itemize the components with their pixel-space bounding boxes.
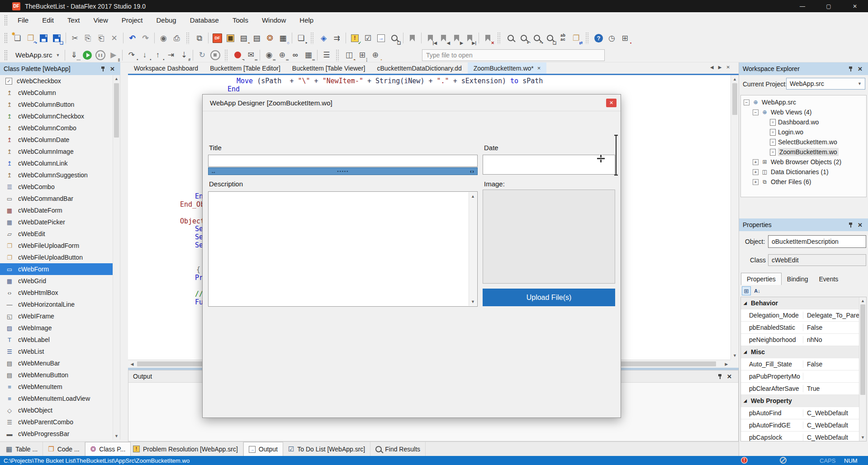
menu-file[interactable]: File	[11, 16, 35, 24]
web-user-button[interactable]: ⊕▪	[369, 49, 381, 61]
class-palette-item[interactable]: ☰cWebCombo	[0, 181, 120, 193]
class-palette-item[interactable]: ☰cWebParentCombo	[0, 416, 120, 428]
tree-item[interactable]: −⊕WebApp.src	[741, 97, 866, 107]
restart-button[interactable]: ↻	[196, 49, 208, 61]
close-icon[interactable]: ✕	[858, 66, 863, 72]
stop-debugging-button[interactable]	[209, 49, 221, 61]
replace-button[interactable]: abac	[557, 32, 569, 44]
tree-item[interactable]: −⊕Web Views (4)	[741, 107, 866, 117]
view-table-button[interactable]: ▦∞	[302, 49, 314, 61]
menu-window[interactable]: Window	[255, 16, 293, 24]
undo-button[interactable]: ↶	[126, 32, 138, 44]
pin-icon[interactable]	[100, 66, 105, 72]
data-dictionary-list-button[interactable]: ▤	[251, 32, 263, 44]
find-previous-button[interactable]: ↶	[517, 32, 530, 44]
run-application-button[interactable]: →	[375, 32, 387, 44]
menu-project[interactable]: Project	[115, 16, 150, 24]
property-value[interactable]: C_WebDefault	[803, 409, 866, 417]
cut-button[interactable]: ✂	[69, 32, 81, 44]
properties-tab-properties[interactable]: Properties	[741, 273, 782, 285]
menu-debug[interactable]: Debug	[149, 16, 183, 24]
menu-tools[interactable]: Tools	[226, 16, 255, 24]
class-palette-item[interactable]: ▬cWebProgressBar	[0, 428, 120, 440]
tree-item[interactable]: ≡ZoomBucketItem.wo	[741, 147, 866, 157]
tab-code[interactable]: ❐Code ...	[43, 442, 85, 456]
property-value[interactable]: False	[803, 324, 866, 331]
find-next-button[interactable]: ↷	[531, 32, 543, 44]
doc-tab-bucketitem-table-editor[interactable]: BucketItem [Table Editor]	[204, 62, 286, 74]
close-document-icon[interactable]: ✕	[726, 65, 730, 70]
doc-tab-bucketitem-table-viewer[interactable]: BucketItem [Table Viewer]	[286, 62, 371, 74]
clear-bookmarks-button[interactable]: ✕	[482, 32, 494, 44]
run-to-cursor-button[interactable]: ⇥	[165, 49, 177, 61]
property-value[interactable]: Delegate_To_Parent	[803, 312, 866, 319]
scroll-down-icon[interactable]: ▼	[859, 435, 866, 440]
class-palette-item[interactable]: ↥cWebColumnSuggestion	[0, 169, 120, 181]
sort-alphabetical-button[interactable]: A↓	[753, 286, 762, 295]
class-palette-item[interactable]: ↥cWebColumnLink	[0, 157, 120, 169]
class-palette-item[interactable]: ▱cWebEdit	[0, 228, 120, 240]
print-button[interactable]: ⎙	[171, 32, 183, 44]
properties-tab-binding[interactable]: Binding	[782, 273, 814, 285]
pause-button[interactable]: ❚❚	[94, 49, 106, 61]
compile-project-button[interactable]: ⇓⋯	[68, 49, 80, 61]
error-status-icon[interactable]: !	[741, 457, 748, 464]
dialog-close-button[interactable]: ✕	[606, 99, 617, 107]
tab-to-do-list-webapp-src[interactable]: ☑To Do List [WebApp.src]	[283, 442, 370, 456]
categorized-view-button[interactable]: ⊞	[742, 286, 751, 295]
tab-class-p[interactable]: ❂Class P...	[85, 442, 131, 456]
dialog-title-bar[interactable]: WebApp Designer [ZoomBucketItem.wo] ✕	[203, 95, 621, 111]
project-selector-combo[interactable]: WebApp.src▼	[11, 49, 62, 61]
set-next-statement-button[interactable]: ⇣#	[178, 49, 190, 61]
collapse-icon[interactable]: ◢	[744, 350, 747, 354]
run-webapp-button[interactable]: ✉∞	[245, 49, 257, 61]
open-file-button[interactable]: ❐↷	[24, 32, 37, 44]
toggle-bookmark-button[interactable]	[406, 32, 418, 44]
doc-tab-workspace-dashboard[interactable]: Workspace Dashboard	[128, 62, 204, 74]
class-palette-scrollbar[interactable]: ▲ ▼	[113, 75, 120, 440]
scroll-up-icon[interactable]: ▲	[113, 76, 120, 81]
table-viewer-button[interactable]: ▦○	[277, 32, 289, 44]
class-palette-item[interactable]: ▭cWebCommandBar	[0, 193, 120, 204]
property-value[interactable]: False	[803, 361, 866, 368]
save-button[interactable]	[38, 32, 50, 44]
property-category[interactable]: ◢Misc	[741, 346, 866, 358]
class-palette-item[interactable]: ≡cWebMenuItem	[0, 381, 120, 393]
copy-button[interactable]: ⎘	[82, 32, 94, 44]
class-palette-item[interactable]: ◇cWebObject	[0, 404, 120, 416]
customize-button[interactable]: ⊞▪	[619, 32, 631, 44]
properties-tab-events[interactable]: Events	[814, 273, 844, 285]
close-icon[interactable]: ✕	[110, 66, 115, 72]
toolbar-grip[interactable]	[4, 15, 8, 26]
toolbar-grip[interactable]	[224, 49, 228, 61]
compare-files-button[interactable]: ❐⇄	[570, 32, 582, 44]
menu-text[interactable]: Text	[61, 16, 87, 24]
property-row[interactable]: pbAutoFindC_WebDefault	[741, 407, 866, 419]
property-value[interactable]: nhNo	[803, 336, 866, 343]
upload-files-button[interactable]: Upload File(s)	[483, 289, 615, 306]
redo-button[interactable]: ↷	[139, 32, 152, 44]
compile-warnings-button[interactable]: !✓	[349, 32, 361, 44]
description-textarea[interactable]: ▲ ▼	[208, 191, 478, 307]
property-row[interactable]: pbCapslockC_WebDefault	[741, 432, 866, 441]
property-row[interactable]: Delegation_ModeDelegate_To_Parent	[741, 309, 866, 322]
scroll-down-icon[interactable]: ▼	[469, 299, 477, 304]
macro-record-button[interactable]: ◉	[157, 32, 170, 44]
maximize-button[interactable]: ▢	[816, 0, 842, 12]
previous-bookmark-button[interactable]: ◀	[437, 32, 450, 44]
scroll-up-icon[interactable]: ▲	[731, 77, 739, 81]
menu-view[interactable]: View	[87, 16, 115, 24]
class-palette-item[interactable]: ≡cWebMenuItemLoadView	[0, 393, 120, 404]
delete-button[interactable]: ✕	[108, 32, 120, 44]
tab-table[interactable]: ▦Table ...	[1, 442, 43, 456]
database-table-button[interactable]: ◫◓	[343, 49, 355, 61]
tree-item[interactable]: +⊞Web Browser Objects (2)	[741, 157, 866, 167]
toolbar-grip[interactable]	[336, 49, 340, 61]
class-palette-item[interactable]: ▤cWebMenuBar	[0, 357, 120, 369]
last-bookmark-button[interactable]: ▶|	[464, 32, 476, 44]
expand-icon[interactable]: +	[753, 169, 759, 175]
class-palette-item[interactable]: ▦cWebGrid	[0, 275, 120, 287]
locate-web-object-button[interactable]: ⊕∞	[276, 49, 288, 61]
pin-icon[interactable]	[717, 374, 722, 380]
properties-grid-scrollbar[interactable]: ▲ ▼	[859, 297, 866, 441]
